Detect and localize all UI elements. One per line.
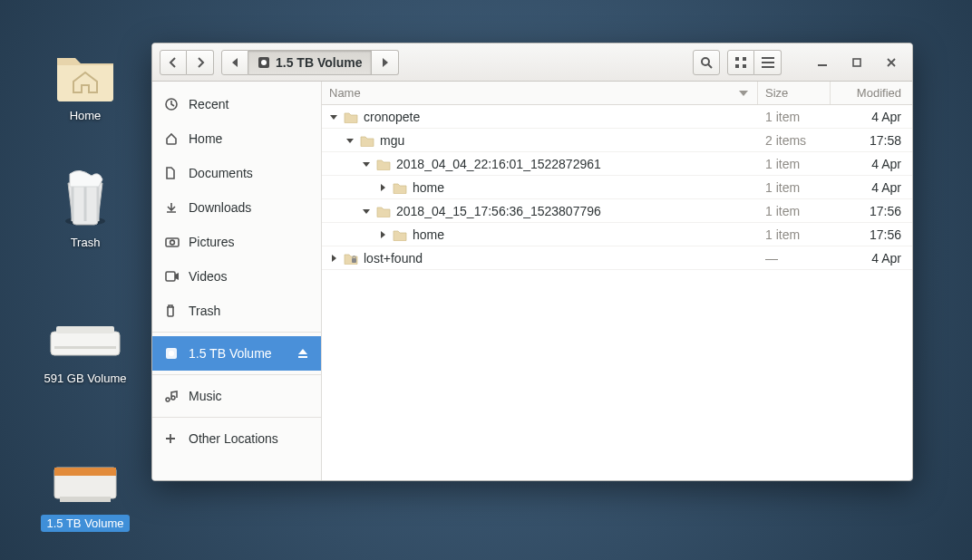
- back-button[interactable]: [160, 50, 187, 75]
- sidebar-item-music[interactable]: Music: [152, 379, 321, 413]
- path-bar: 1.5 TB Volume: [221, 50, 399, 75]
- places-sidebar: RecentHomeDocumentsDownloadsPicturesVide…: [152, 82, 322, 480]
- sidebar-item-other-locations[interactable]: Other Locations: [152, 421, 321, 456]
- file-name: cronopete: [364, 110, 420, 124]
- svg-rect-10: [735, 57, 739, 61]
- file-size: 1 item: [758, 180, 831, 195]
- doc-icon: [165, 167, 180, 179]
- triangle-right-icon: [382, 58, 389, 67]
- disk-icon: [165, 347, 180, 360]
- sidebar-item-downloads[interactable]: Downloads: [152, 190, 321, 225]
- file-modified: 4 Apr: [831, 157, 912, 171]
- desktop-icon-label: 591 GB Volume: [38, 370, 131, 387]
- drive-icon: [47, 299, 123, 364]
- sidebar-item-label: Documents: [189, 166, 253, 180]
- music-icon: [165, 390, 180, 402]
- file-tree: cronopete1 item4 Aprmgu2 items17:582018_…: [322, 105, 912, 480]
- maximize-button[interactable]: [843, 52, 870, 73]
- svg-point-8: [261, 60, 267, 65]
- sidebar-item-recent[interactable]: Recent: [152, 87, 321, 121]
- folder-icon: [393, 228, 407, 241]
- col-header-modified[interactable]: Modified: [831, 82, 912, 104]
- col-header-name[interactable]: Name: [322, 82, 758, 104]
- svg-point-21: [169, 351, 174, 356]
- close-button[interactable]: [878, 52, 905, 73]
- search-icon: [700, 56, 713, 69]
- path-left-button[interactable]: [221, 50, 248, 75]
- tree-row[interactable]: 2018_04_04_22:16:01_15228729611 item4 Ap…: [322, 152, 912, 176]
- search-button[interactable]: [693, 50, 720, 75]
- desktop-icon-home[interactable]: Home: [22, 36, 149, 124]
- path-label: 1.5 TB Volume: [276, 55, 362, 70]
- view-grid-button[interactable]: [727, 50, 754, 75]
- close-icon: [887, 58, 896, 67]
- path-current[interactable]: 1.5 TB Volume: [248, 50, 372, 75]
- svg-rect-22: [298, 356, 307, 358]
- folder-icon: [344, 111, 358, 123]
- file-size: 2 items: [758, 133, 831, 148]
- sidebar-item-label: Music: [189, 389, 222, 403]
- folder-home-icon: [53, 36, 117, 101]
- file-size: 1 item: [758, 204, 831, 218]
- camera-icon: [165, 237, 180, 247]
- svg-rect-1: [51, 332, 120, 355]
- svg-rect-12: [735, 64, 739, 68]
- main-pane: Name Size Modified cronopete1 item4 Aprm…: [322, 82, 912, 480]
- path-right-button[interactable]: [372, 50, 399, 75]
- desktop-icon-trash[interactable]: Trash: [22, 163, 149, 251]
- sidebar-item-videos[interactable]: Videos: [152, 259, 321, 294]
- tree-row[interactable]: home1 item4 Apr: [322, 176, 912, 199]
- desktop-icon-volume-591gb[interactable]: 591 GB Volume: [22, 299, 149, 387]
- eject-button[interactable]: [297, 348, 308, 359]
- sidebar-item-pictures[interactable]: Pictures: [152, 225, 321, 259]
- expander[interactable]: [362, 157, 371, 171]
- tree-row[interactable]: 2018_04_15_17:56:36_15238077961 item17:5…: [322, 199, 912, 223]
- expander[interactable]: [345, 133, 355, 148]
- col-header-size[interactable]: Size: [758, 82, 831, 104]
- file-modified: 17:58: [831, 133, 912, 148]
- tree-row[interactable]: home1 item17:56: [322, 223, 912, 246]
- forward-button[interactable]: [187, 50, 214, 75]
- file-name: home: [413, 180, 444, 195]
- menu-button[interactable]: [754, 50, 782, 75]
- svg-rect-14: [818, 64, 827, 66]
- file-manager-window: 1.5 TB Volume: [151, 43, 913, 481]
- file-modified: 4 Apr: [831, 180, 912, 195]
- disk-icon: [258, 56, 270, 69]
- tree-row[interactable]: lost+found—4 Apr: [322, 246, 912, 270]
- desktop-icon-label: Trash: [65, 234, 106, 251]
- file-modified: 4 Apr: [831, 251, 912, 266]
- sidebar-item-1-5-tb-volume[interactable]: 1.5 TB Volume: [152, 336, 321, 371]
- file-modified: 4 Apr: [831, 110, 912, 124]
- sidebar-item-label: Other Locations: [189, 431, 278, 446]
- trash-full-icon: [57, 163, 113, 228]
- expander[interactable]: [362, 204, 371, 218]
- view-group: [727, 50, 782, 75]
- ssd-icon: [47, 444, 123, 509]
- svg-rect-11: [743, 57, 746, 61]
- tree-row[interactable]: mgu2 items17:58: [322, 129, 912, 152]
- sidebar-item-label: Downloads: [189, 200, 251, 215]
- file-size: 1 item: [758, 157, 831, 171]
- sidebar-item-home[interactable]: Home: [152, 121, 321, 156]
- desktop-icon-volume-1-5tb[interactable]: 1.5 TB Volume: [22, 444, 149, 532]
- svg-point-18: [170, 240, 175, 245]
- sidebar-item-documents[interactable]: Documents: [152, 156, 321, 190]
- tree-row[interactable]: cronopete1 item4 Apr: [322, 105, 912, 129]
- headerbar: 1.5 TB Volume: [152, 43, 912, 82]
- expander[interactable]: [378, 227, 387, 242]
- folder-icon: [376, 205, 391, 217]
- sidebar-item-trash[interactable]: Trash: [152, 294, 321, 328]
- sidebar-item-label: Trash: [189, 304, 220, 318]
- chevron-left-icon: [168, 57, 179, 68]
- minimize-button[interactable]: [809, 52, 836, 73]
- desktop-icon-label: 1.5 TB Volume: [41, 515, 129, 532]
- expander[interactable]: [378, 180, 387, 195]
- sidebar-item-label: 1.5 TB Volume: [189, 346, 272, 361]
- sidebar-item-label: Pictures: [189, 235, 235, 249]
- plus-icon: [165, 433, 180, 444]
- chevron-right-icon: [195, 57, 206, 68]
- expander[interactable]: [329, 251, 338, 266]
- expander[interactable]: [329, 110, 338, 124]
- folder-icon: [393, 181, 407, 194]
